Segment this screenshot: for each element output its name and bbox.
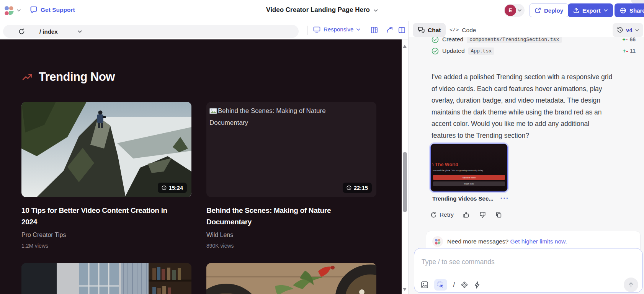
route-bar[interactable]: / index [3,25,299,38]
copy-button[interactable] [495,211,502,218]
split-view-icon[interactable] [398,26,405,34]
integrations-icon[interactable] [461,281,468,289]
account-menu[interactable]: E [504,4,525,17]
pane-divider[interactable] [408,21,409,294]
deploy-button[interactable]: Deploy [529,3,569,17]
duration-badge: 22:15 [343,183,372,193]
video-channel: Pro Creator Tips [21,232,66,238]
code-icon: </> [449,27,459,33]
section-title: Trending Now [39,70,115,84]
version-selector[interactable]: v4 [613,23,643,37]
panel-columns-icon[interactable] [371,26,378,34]
video-title[interactable]: 10 Tips for Better Video Content Creatio… [21,205,198,228]
toolbar-divider [307,26,308,35]
message-actions: Retry [430,211,502,218]
globe-icon [620,7,626,14]
tab-chat[interactable]: Chat [413,23,446,37]
video-thumbnail-interior[interactable] [21,263,191,294]
scroll-up-arrow-icon[interactable] [403,45,407,48]
preview-scrollbar[interactable] [402,39,408,294]
route-chevron-icon [78,30,82,33]
send-button[interactable] [624,278,638,292]
attachment-thumbnail[interactable]: h The World s around the globe. Join our… [430,144,508,192]
broken-image-icon [209,108,217,114]
attachment-label: Trending Videos Sec... [432,195,494,202]
interior-photo-illustration [21,263,191,294]
top-header: Get Support Video Creator Landing Page H… [0,0,644,21]
slash-command-icon[interactable]: / [453,281,455,289]
refresh-icon[interactable] [18,28,25,35]
preview-toolbar: / index Responsive [0,21,408,39]
video-title[interactable]: Behind the Scenes: Making of Nature Docu… [206,205,382,228]
chat-composer[interactable]: / [414,248,643,293]
thumbs-up-button[interactable] [463,211,470,218]
mini-primary-button: Upload a Video [433,175,505,180]
video-thumbnail-photographer[interactable]: 15:24 [21,102,191,197]
monitor-icon [313,26,320,33]
open-in-new-window-icon[interactable] [386,26,393,34]
clock-icon [162,185,167,190]
retry-icon [430,212,437,218]
avatar-chevron-icon [518,9,521,11]
chat-panel: Created components/TrendingSection.tsx +… [409,37,644,294]
file-op-created[interactable]: Created components/TrendingSection.tsx +… [432,37,636,44]
route-path: / index [39,28,58,35]
trending-up-icon [22,73,33,82]
external-link-icon [535,7,541,13]
history-icon [617,27,623,33]
mini-secondary-button: Watch More [433,181,505,186]
avatar: E [505,5,516,16]
video-views: 1.2M views [21,243,48,249]
image-attach-icon[interactable] [421,281,428,289]
video-thumbnail-food[interactable] [206,263,376,294]
mini-site-preview: h The World s around the globe. Join our… [432,145,506,190]
file-chip: App.tsx [468,47,495,55]
scroll-down-arrow-icon[interactable] [403,288,407,291]
mini-subtext: s around the globe. Join our growing com… [433,169,505,172]
higher-limits-link[interactable]: Get higher limits now. [510,238,567,245]
duration-badge: 15:24 [158,183,187,193]
version-chevron-icon [635,29,639,31]
check-circle-icon [432,47,439,55]
share-button[interactable]: Share [615,3,644,17]
file-op-updated[interactable]: Updated App.tsx +-11 [432,46,636,56]
scrollbar-thumb[interactable] [403,152,407,212]
video-thumbnail-broken-image[interactable]: Behind the Scenes: Making of Nature Docu… [206,102,376,197]
device-chevron-icon [356,28,360,31]
retry-button[interactable]: Retry [430,211,454,218]
attachment-more-menu[interactable]: ··· [500,194,509,202]
tab-code[interactable]: </> Code [449,23,476,37]
composer-input[interactable] [422,257,582,267]
quick-actions-icon[interactable] [474,281,481,289]
mini-heading: h The World [432,162,458,167]
export-button[interactable]: Export [568,3,613,17]
site-preview: Trending Now [0,39,402,294]
export-chevron-icon [604,9,608,11]
assistant-message: I've added a polished Trending section w… [432,71,612,141]
app-window: Get Support Video Creator Landing Page H… [0,0,644,294]
device-mode-selector[interactable]: Responsive [313,26,360,33]
select-element-tool[interactable] [434,279,447,291]
thumbs-down-button[interactable] [479,211,486,218]
limits-text: Need more messages? Get higher limits no… [447,238,567,245]
video-channel: Wild Lens [206,232,233,238]
composer-tools: / [421,279,481,291]
upload-icon [573,7,579,13]
version-label: v4 [626,27,633,33]
video-views: 890K views [206,243,234,249]
image-alt-text: Behind the Scenes: Making of Nature Docu… [209,105,326,129]
diff-stat: +-11 [623,48,636,54]
clock-icon [347,185,351,190]
food-photo-illustration [206,263,376,294]
app-logo-small-icon [432,236,443,247]
chat-bubbles-icon [418,27,425,33]
chat-top-divider [409,40,644,40]
title-chevron-icon [374,9,378,12]
